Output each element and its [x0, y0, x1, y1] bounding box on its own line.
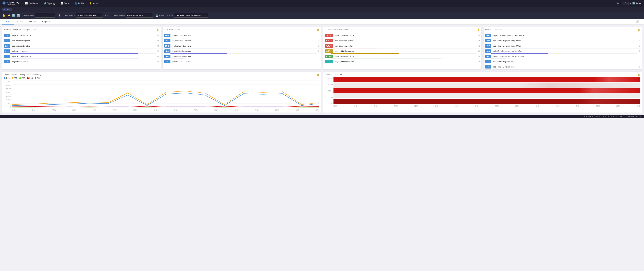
copy-icon[interactable]: ⧉: [318, 55, 319, 57]
nav-item-profile[interactable]: 👤 Profile: [72, 0, 86, 7]
p50-label: P50: [6, 77, 10, 79]
copy-icon[interactable]: ⧉: [638, 34, 640, 37]
copy-icon[interactable]: ⧉: [478, 34, 480, 37]
copy-icon[interactable]: ⧉: [318, 34, 319, 37]
service-name: load balancer2.system: [172, 45, 318, 47]
slow-endpoints-lock-icon[interactable]: 🔒: [638, 28, 640, 31]
x-label: 11:2206-09: [296, 108, 299, 111]
copy-icon[interactable]: ⧉: [478, 39, 480, 42]
slow-services-lock-icon[interactable]: 🔒: [317, 28, 319, 31]
copy-icon[interactable]: ⧉: [158, 50, 159, 52]
x-label: 11:2106-09: [596, 104, 600, 107]
y-label-60000: 60,000: [4, 84, 11, 86]
profile-icon: 👤: [75, 2, 77, 4]
nav-item-topology[interactable]: 🔗 Topology: [41, 0, 58, 7]
service-badge: 1843: [485, 39, 491, 42]
progress-bar: [331, 58, 442, 59]
current-service-select[interactable]: projectB.business-zone ▼: [76, 13, 103, 17]
copy-icon[interactable]: ⧉: [158, 60, 159, 63]
copy-icon[interactable]: ⧉: [638, 55, 640, 57]
progress-bar-container: [491, 53, 637, 54]
nav-label-alarm: Alarm: [92, 2, 98, 4]
heatmap-lock-icon[interactable]: 🔒: [638, 73, 640, 76]
apm-dot: [4, 9, 5, 10]
service-name: projectD.business-zone: [335, 61, 478, 63]
copy-icon[interactable]: ⧉: [318, 39, 319, 42]
copy-icon[interactable]: ⧉: [158, 39, 159, 42]
progress-bar: [491, 58, 506, 59]
tab-endpoint[interactable]: Endpoint: [39, 19, 52, 25]
progress-bar: [10, 48, 138, 48]
copy-icon[interactable]: ⧉: [318, 50, 319, 52]
x-label: 11:1006-09: [52, 108, 56, 111]
service-filter-input[interactable]: [35, 13, 56, 17]
progress-bar: [170, 53, 227, 54]
alarm-icon: 🔔: [89, 2, 92, 4]
progress-bar-container: [10, 64, 156, 64]
copy-icon[interactable]: ⧉: [318, 60, 319, 63]
progress-bar-container: [491, 69, 637, 69]
list-item: 211 load balancer1.system ⧉: [2, 38, 161, 43]
auto-interval-input[interactable]: [622, 2, 629, 5]
tab-download-icon[interactable]: ⬇: [640, 20, 642, 23]
current-endpoint-select[interactable]: /projectB/{value} ▼: [126, 13, 153, 17]
latency-lock-icon[interactable]: 🔒: [317, 73, 319, 76]
tab-global[interactable]: Global: [2, 19, 14, 25]
copy-icon[interactable]: ⧉: [158, 45, 159, 47]
copy-icon[interactable]: ⧉: [158, 34, 159, 37]
copy-icon[interactable]: ⧉: [638, 45, 640, 47]
refresh-icon-button[interactable]: 🔃: [17, 14, 20, 17]
nav-item-alarm[interactable]: 🔔 Alarm: [86, 0, 100, 7]
current-endpoint-label: Current Endpoint: [111, 14, 125, 16]
lock-icon-button[interactable]: 🔒: [2, 14, 6, 17]
progress-bar: [170, 43, 227, 43]
heatmap-row-1000: [334, 88, 640, 93]
p75-label: P75: [14, 77, 18, 79]
copy-icon[interactable]: ⧉: [478, 60, 480, 63]
copy-icon[interactable]: ⧉: [638, 66, 640, 68]
service-lock-icon: 🔒: [58, 14, 61, 16]
x-label: 11:2006-09: [576, 104, 580, 107]
copy-icon[interactable]: ⧉: [318, 45, 319, 47]
latency-chart-area: 70,000 60,000 50,000 40,000 30,000 20,00…: [4, 80, 319, 111]
tab-expand-icon[interactable]: ⬜: [636, 20, 638, 23]
copy-icon[interactable]: ⧉: [638, 60, 640, 63]
services-load-header: Services Load ( CPM - calls per minute )…: [2, 27, 161, 32]
x-label: 11:1406-09: [455, 104, 458, 107]
unhealth-services-lock-icon[interactable]: 🔒: [477, 28, 480, 31]
service-filter-label: Service Filter: [23, 14, 34, 16]
apm-bar: APM: [0, 7, 644, 12]
x-label: 11:0906-09: [354, 104, 357, 107]
list-item: 1842 projectA.business-zone ⧉: [163, 49, 321, 54]
heatmap-chart-title: Global Heatmap ( ms ): [325, 74, 344, 76]
x-label: 11:0806-09: [12, 108, 15, 111]
apm-badge[interactable]: APM: [2, 8, 12, 11]
folder-icon-button[interactable]: 📁: [7, 14, 10, 17]
reload-button[interactable]: 🔄 Reload: [632, 2, 642, 4]
download-icon-button[interactable]: ⬇️: [12, 14, 15, 17]
y-label-30000: 30,000: [4, 95, 11, 97]
service-badge: 4: [485, 60, 491, 63]
tab-instance[interactable]: Instance: [26, 19, 39, 25]
service-badge: 3: [485, 65, 491, 68]
y-label-0: 0: [4, 106, 11, 108]
list-item: 224 projectC.business-zone ⧉: [2, 33, 161, 38]
list-item: 490 projectB.business-zone ⧉: [163, 54, 321, 59]
copy-icon[interactable]: ⧉: [638, 50, 640, 52]
footer-lang[interactable]: En: [620, 115, 622, 117]
nav-item-trace[interactable]: 📈 Trace: [58, 0, 72, 7]
service-name: projectC.business-zone - /projectC/{valu…: [493, 34, 639, 36]
x-label: 11:1806-09: [536, 104, 539, 107]
service-badge: 210: [4, 60, 10, 63]
copy-icon[interactable]: ⧉: [158, 55, 159, 57]
nav-item-dashboard[interactable]: 📊 Dashboard: [22, 0, 41, 7]
copy-icon[interactable]: ⧉: [478, 55, 480, 57]
copy-icon[interactable]: ⧉: [478, 50, 480, 52]
list-item: 211 load balancer2.system ⧉: [2, 43, 161, 49]
tab-service[interactable]: Service: [14, 19, 26, 25]
list-item: 1842 projectA.business-zone - /projectA/…: [484, 49, 642, 54]
copy-icon[interactable]: ⧉: [638, 39, 640, 42]
copy-icon[interactable]: ⧉: [478, 45, 480, 47]
current-instance-select[interactable]: 734146aad8424eb490ef3b6f0fb... ▼: [174, 13, 208, 17]
services-load-lock-icon[interactable]: 🔒: [156, 28, 159, 31]
